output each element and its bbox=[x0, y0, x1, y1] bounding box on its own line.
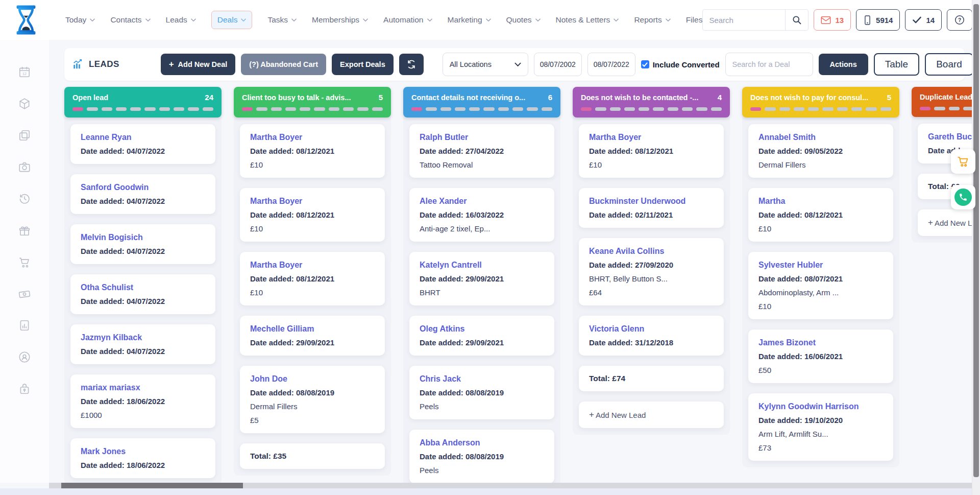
lead-card[interactable]: Martha Boyer Date added: 08/12/2021 £10 bbox=[240, 124, 385, 178]
lead-name-link[interactable]: Kylynn Goodwin Harrison bbox=[758, 402, 883, 411]
lead-card[interactable]: Martha Boyer Date added: 08/12/2021 £10 bbox=[240, 252, 385, 305]
call-fab[interactable] bbox=[951, 185, 975, 209]
lead-card[interactable]: Ralph Butler Date added: 27/04/2022 Tatt… bbox=[409, 124, 554, 178]
nav-item-contacts[interactable]: Contacts bbox=[110, 15, 150, 25]
nav-item-quotes[interactable]: Quotes bbox=[506, 15, 541, 25]
nav-item-automation[interactable]: Automation bbox=[383, 15, 432, 25]
lead-name-link[interactable]: Mechelle Gilliam bbox=[250, 324, 375, 334]
lead-name-link[interactable]: Oleg Atkins bbox=[420, 324, 544, 334]
products-icon[interactable] bbox=[18, 97, 31, 110]
lead-name-link[interactable]: Sanford Goodwin bbox=[81, 182, 205, 192]
lead-name-link[interactable]: John Doe bbox=[250, 374, 375, 384]
lead-name-link[interactable]: Otha Schulist bbox=[81, 282, 205, 292]
lead-name-link[interactable]: Martha Boyer bbox=[250, 132, 375, 142]
lead-name-link[interactable]: mariax mariasx bbox=[81, 383, 205, 392]
lead-name-link[interactable]: Annabel Smith bbox=[758, 132, 883, 142]
lead-card[interactable]: Alee Xander Date added: 16/03/2022 Anti-… bbox=[409, 188, 554, 242]
include-converted-checkbox[interactable] bbox=[641, 60, 649, 68]
lead-name-link[interactable]: Sylvester Hubler bbox=[758, 260, 883, 270]
lead-card[interactable]: Oleg Atkins Date added: 29/09/2021 bbox=[409, 316, 554, 356]
account-sync-icon[interactable] bbox=[18, 350, 31, 364]
horizontal-scrollbar[interactable] bbox=[49, 483, 972, 488]
lead-card[interactable]: Keane Avila Collins Date added: 27/09/20… bbox=[579, 238, 724, 305]
nav-item-notes-letters[interactable]: Notes & Letters bbox=[556, 15, 619, 25]
lead-card[interactable]: mariax mariasx Date added: 18/06/2022 £1… bbox=[70, 374, 215, 428]
nav-item-files[interactable]: Files bbox=[686, 15, 703, 25]
tasks-badge[interactable]: 14 bbox=[905, 9, 942, 31]
lead-card[interactable]: Martha Date added: 08/12/2021 £10 bbox=[748, 188, 893, 242]
lead-name-link[interactable]: Leanne Ryan bbox=[81, 132, 205, 142]
lead-card[interactable]: Kylynn Goodwin Harrison Date added: 19/1… bbox=[748, 393, 893, 461]
lead-name-link[interactable]: Jazmyn Kilback bbox=[81, 333, 205, 342]
column-header[interactable]: Client too busy to talk - advis... 5 bbox=[234, 87, 391, 117]
column-header[interactable]: Does not wish to pay for consul... 5 bbox=[742, 87, 899, 117]
camera-icon[interactable] bbox=[18, 160, 31, 174]
nav-item-deals[interactable]: Deals bbox=[211, 11, 253, 29]
lead-name-link[interactable]: Ralph Butler bbox=[420, 132, 544, 142]
lead-name-link[interactable]: Martha Boyer bbox=[589, 132, 714, 142]
lead-name-link[interactable]: James Bizonet bbox=[758, 338, 883, 347]
lead-card[interactable]: Buckminster Underwood Date added: 02/11/… bbox=[579, 188, 724, 228]
calendar-icon[interactable]: 12 bbox=[18, 65, 31, 79]
lead-name-link[interactable]: Martha Boyer bbox=[250, 196, 375, 206]
deal-search-input[interactable] bbox=[725, 53, 813, 76]
lead-card[interactable]: Leanne Ryan Date added: 04/07/2022 bbox=[70, 124, 215, 164]
date-from-input[interactable] bbox=[534, 53, 582, 76]
include-converted[interactable]: Include Converted bbox=[641, 60, 720, 69]
add-new-deal-button[interactable]: +Add New Deal bbox=[161, 54, 236, 75]
board-view-button[interactable]: Board bbox=[925, 53, 972, 76]
nav-item-today[interactable]: Today bbox=[65, 15, 95, 25]
column-header[interactable]: Open lead 24 bbox=[64, 87, 222, 117]
lead-card[interactable]: Annabel Smith Date added: 09/05/2022 Der… bbox=[748, 124, 893, 178]
messages-badge[interactable]: 13 bbox=[814, 9, 851, 31]
help-button[interactable]: ? bbox=[947, 9, 972, 31]
lead-card[interactable]: Mark Jones Date added: 18/06/2022 bbox=[70, 438, 215, 478]
lead-name-link[interactable]: Gareth Buck bbox=[928, 132, 972, 142]
lead-card[interactable]: Mechelle Gilliam Date added: 29/09/2021 bbox=[240, 316, 385, 356]
nav-item-memberships[interactable]: Memberships bbox=[312, 15, 368, 25]
nav-item-marketing[interactable]: Marketing bbox=[448, 15, 491, 25]
lead-name-link[interactable]: Martha Boyer bbox=[250, 260, 375, 270]
nav-item-leads[interactable]: Leads bbox=[166, 15, 196, 25]
history-icon[interactable] bbox=[18, 192, 31, 205]
refresh-button[interactable] bbox=[399, 54, 424, 75]
column-header[interactable]: Contact details not receiving o... 6 bbox=[403, 87, 560, 117]
app-logo[interactable] bbox=[14, 5, 38, 35]
lead-name-link[interactable]: Keane Avila Collins bbox=[589, 246, 714, 256]
lead-name-link[interactable]: Katelyn Cantrell bbox=[420, 260, 544, 270]
lead-name-link[interactable]: Melvin Bogisich bbox=[81, 232, 205, 242]
horizontal-scrollbar-thumb[interactable] bbox=[61, 483, 243, 488]
calls-badge[interactable]: 5914 bbox=[856, 9, 900, 31]
lead-card[interactable]: James Bizonet Date added: 16/06/2021 £50 bbox=[748, 329, 893, 383]
payments-icon[interactable] bbox=[18, 287, 31, 300]
abandoned-cart-button[interactable]: (?) Abandoned Cart bbox=[241, 54, 326, 75]
lead-card[interactable]: Victoria Glenn Date added: 31/12/2018 bbox=[579, 316, 724, 356]
lead-name-link[interactable]: Victoria Glenn bbox=[589, 324, 714, 334]
search-button[interactable] bbox=[785, 10, 808, 30]
gift-icon[interactable] bbox=[18, 224, 31, 237]
export-deals-button[interactable]: Export Deals bbox=[332, 54, 394, 75]
lead-name-link[interactable]: Martha bbox=[758, 196, 883, 206]
lead-card[interactable]: Sylvester Hubler Date added: 08/07/2021 … bbox=[748, 252, 893, 319]
lead-name-link[interactable]: Buckminster Underwood bbox=[589, 196, 714, 206]
lead-card[interactable]: John Doe Date added: 08/08/2019 Dermal F… bbox=[240, 366, 385, 433]
duplicate-icon[interactable] bbox=[18, 129, 31, 142]
nav-item-tasks[interactable]: Tasks bbox=[267, 15, 297, 25]
lead-name-link[interactable]: Mark Jones bbox=[81, 446, 205, 456]
lead-card[interactable]: Abba Anderson Date added: 08/08/2019 Pee… bbox=[409, 430, 554, 483]
column-header[interactable]: Does not wish to be contacted -... 4 bbox=[573, 87, 730, 117]
lead-card[interactable]: Katelyn Cantrell Date added: 29/09/2021 … bbox=[409, 252, 554, 305]
lead-card[interactable]: Martha Boyer Date added: 08/12/2021 £10 bbox=[240, 188, 385, 242]
vault-icon[interactable] bbox=[18, 382, 31, 395]
lead-card[interactable]: Melvin Bogisich Date added: 04/07/2022 bbox=[70, 224, 215, 264]
abandoned-cart-fab[interactable] bbox=[951, 149, 975, 174]
cart-icon[interactable] bbox=[18, 255, 31, 269]
column-header[interactable]: Duplicate Lead bbox=[912, 87, 972, 117]
location-filter-select[interactable]: All Locations bbox=[443, 53, 528, 76]
lead-name-link[interactable]: Alee Xander bbox=[420, 196, 544, 206]
lead-card[interactable]: Sanford Goodwin Date added: 04/07/2022 bbox=[70, 174, 215, 214]
lead-card[interactable]: Jazmyn Kilback Date added: 04/07/2022 bbox=[70, 324, 215, 364]
add-new-lead-button[interactable]: +Add New Lead bbox=[579, 402, 724, 428]
search-input[interactable] bbox=[703, 16, 785, 25]
nav-item-reports[interactable]: Reports bbox=[634, 15, 670, 25]
